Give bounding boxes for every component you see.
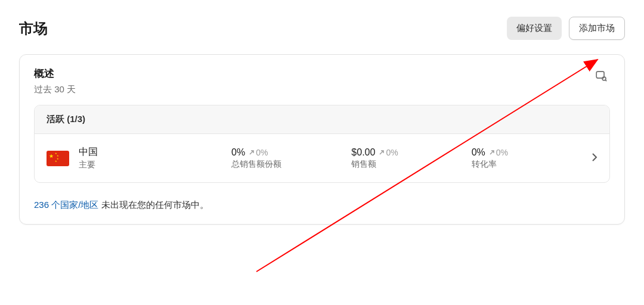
market-row[interactable]: ★ ★ ★ ★ ★ 中国 主要 0%: [35, 134, 609, 182]
page-header: 市场 偏好设置 添加市场: [19, 17, 625, 40]
metric-trend: 0%: [489, 148, 508, 157]
overview-title: 概述: [34, 67, 76, 80]
overview-subtitle: 过去 30 天: [34, 84, 76, 95]
page-title: 市场: [19, 19, 48, 38]
metric-value: 0%: [231, 147, 245, 158]
metric-value: 0%: [472, 147, 485, 158]
preferences-button[interactable]: 偏好设置: [507, 17, 562, 40]
add-market-button[interactable]: 添加市场: [569, 17, 625, 40]
metric-trend: 0%: [249, 148, 268, 157]
country-cell: ★ ★ ★ ★ ★ 中国 主要: [47, 146, 231, 170]
footer-suffix: 未出现在您的任何市场中。: [98, 200, 208, 210]
arrow-up-right-icon: [489, 150, 495, 155]
unassigned-countries-link[interactable]: 236 个国家/地区: [34, 200, 98, 210]
overview-card: 概述 过去 30 天 活跃 (1/3) ★ ★: [19, 54, 625, 225]
metric-conversion-rate: 0% 0% 转化率: [472, 147, 592, 170]
chevron-right-icon: [592, 152, 597, 164]
country-name: 中国: [79, 146, 98, 158]
markets-table: 活跃 (1/3) ★ ★ ★ ★ ★ 中国 主要: [20, 105, 624, 183]
metric-label: 销售额: [351, 159, 471, 170]
metric-label: 转化率: [472, 159, 592, 170]
arrow-up-right-icon: [249, 150, 255, 155]
header-actions: 偏好设置 添加市场: [507, 17, 625, 40]
metric-value: $0.00: [351, 147, 375, 158]
country-tag: 主要: [79, 160, 98, 170]
svg-line-2: [605, 80, 606, 81]
footer-note: 236 个国家/地区 未出现在您的任何市场中。: [20, 183, 624, 224]
metric-total-sales-share: 0% 0% 总销售额份额: [231, 147, 351, 170]
search-icon: [595, 69, 608, 82]
card-header: 概述 过去 30 天: [20, 55, 624, 105]
search-analytics-button[interactable]: [592, 67, 610, 86]
metric-sales: $0.00 0% 销售额: [351, 147, 471, 170]
flag-cn-icon: ★ ★ ★ ★ ★: [47, 151, 69, 166]
active-section-header: 活跃 (1/3): [35, 105, 609, 134]
metric-trend: 0%: [379, 148, 398, 157]
arrow-up-right-icon: [379, 150, 385, 155]
metric-label: 总销售额份额: [231, 159, 351, 170]
